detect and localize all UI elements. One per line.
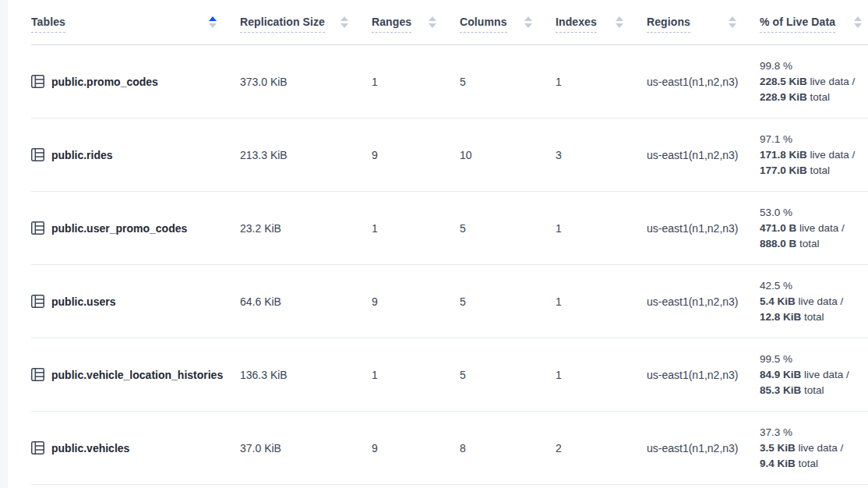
regions-cell: us-east1(n1,n2,n3) [647,149,760,161]
live-data-size-line: 5.4 KiB live data / [760,294,863,309]
table-icon [31,75,44,88]
sort-arrows-icon [854,16,862,28]
regions-cell: us-east1(n1,n2,n3) [647,76,760,88]
regions-cell: us-east1(n1,n2,n3) [647,369,760,381]
table-row: public.vehicle_location_histories 136.3 … [31,338,868,412]
ranges-cell: 1 [372,369,460,381]
column-header-ranges-label: Ranges [372,16,411,33]
replication-size-cell: 37.0 KiB [240,442,372,454]
live-data-size-line: 171.8 KiB live data / [760,147,863,163]
indexes-cell: 1 [556,222,647,235]
indexes-cell: 2 [556,442,647,454]
table-icon [31,148,44,161]
indexes-cell: 1 [556,295,647,308]
columns-cell: 5 [460,295,556,308]
table-icon [31,221,44,235]
ranges-cell: 1 [372,222,460,235]
table-name-link[interactable]: public.promo_codes [51,76,158,88]
replication-size-cell: 136.3 KiB [240,369,372,381]
live-data-percent: 53.0 % [760,205,863,221]
live-data-percent: 37.3 % [760,425,863,440]
column-header-indexes[interactable]: Indexes [556,0,647,44]
total-size-line: 85.3 KiB total [760,383,863,398]
total-size-line: 177.0 KiB total [760,163,863,179]
total-size-line: 9.4 KiB total [760,456,863,472]
live-data-cell: 99.8 % 228.5 KiB live data / 228.9 KiB t… [760,58,863,105]
column-header-tables-label: Tables [31,16,65,33]
table-row: public.rides 213.3 KiB 9 10 3 us-east1(n… [31,118,868,192]
live-data-cell: 37.3 % 3.5 KiB live data / 9.4 KiB total [760,425,863,472]
regions-cell: us-east1(n1,n2,n3) [647,295,760,308]
total-size-line: 888.0 B total [760,236,863,252]
replication-size-cell: 213.3 KiB [240,149,372,161]
replication-size-cell: 373.0 KiB [240,76,372,88]
replication-size-cell: 64.6 KiB [240,295,372,308]
table-name-cell: public.users [31,295,240,308]
table-name-cell: public.vehicle_location_histories [31,368,240,381]
table-header-row: Tables Replication Size Ranges Columns I… [31,0,868,45]
replication-size-cell: 23.2 KiB [240,222,372,235]
live-data-percent: 99.8 % [760,58,863,74]
regions-cell: us-east1(n1,n2,n3) [647,442,760,454]
live-data-cell: 99.5 % 84.9 KiB live data / 85.3 KiB tot… [760,352,863,398]
live-data-size-line: 3.5 KiB live data / [760,440,863,456]
columns-cell: 5 [460,369,556,381]
live-data-percent: 99.5 % [760,352,863,367]
table-name-cell: public.rides [31,148,240,161]
table-row: public.user_promo_codes 23.2 KiB 1 5 1 u… [31,192,868,265]
columns-cell: 8 [460,442,556,454]
table-name-link[interactable]: public.rides [51,149,113,161]
table-row: public.vehicles 37.0 KiB 9 8 2 us-east1(… [31,412,868,485]
live-data-percent: 97.1 % [760,132,863,147]
tables-list-card: Tables Replication Size Ranges Columns I… [8,0,868,488]
indexes-cell: 1 [556,76,647,88]
live-data-cell: 42.5 % 5.4 KiB live data / 12.8 KiB tota… [760,278,863,325]
table-name-cell: public.user_promo_codes [31,221,240,235]
column-header-replication-size-label: Replication Size [240,16,325,33]
sort-arrows-icon [429,16,436,28]
table-icon [31,368,44,381]
table-icon [31,441,44,454]
column-header-regions[interactable]: Regions [647,0,760,44]
table-name-cell: public.promo_codes [31,75,240,88]
live-data-size-line: 228.5 KiB live data / [760,74,863,90]
table-name-link[interactable]: public.user_promo_codes [51,222,187,235]
regions-cell: us-east1(n1,n2,n3) [647,222,760,235]
columns-cell: 5 [460,76,556,88]
table-name-link[interactable]: public.vehicle_location_histories [51,369,223,381]
column-header-regions-label: Regions [647,16,690,33]
column-header-ranges[interactable]: Ranges [372,0,460,44]
live-data-cell: 53.0 % 471.0 B live data / 888.0 B total [760,205,863,252]
indexes-cell: 1 [556,369,647,381]
column-header-live-data[interactable]: % of Live Data [760,0,863,44]
table-icon [31,295,44,308]
columns-cell: 10 [460,149,556,161]
sort-arrows-icon [524,16,532,28]
column-header-live-data-label: % of Live Data [760,16,835,33]
column-header-columns[interactable]: Columns [460,0,556,44]
column-header-indexes-label: Indexes [556,16,597,33]
column-header-replication-size[interactable]: Replication Size [240,0,372,44]
sort-arrows-icon [729,16,736,28]
total-size-line: 12.8 KiB total [760,309,863,325]
ranges-cell: 9 [372,295,460,308]
indexes-cell: 3 [556,149,647,161]
total-size-line: 228.9 KiB total [760,90,863,105]
table-name-link[interactable]: public.vehicles [51,442,129,454]
ranges-cell: 1 [372,76,460,88]
ranges-cell: 9 [372,149,460,161]
table-row: public.users 64.6 KiB 9 5 1 us-east1(n1,… [31,265,868,338]
live-data-size-line: 84.9 KiB live data / [760,367,863,383]
live-data-size-line: 471.0 B live data / [760,221,863,236]
live-data-percent: 42.5 % [760,278,863,294]
sort-arrows-icon [340,16,348,28]
sort-arrows-icon [616,16,623,28]
table-row: public.promo_codes 373.0 KiB 1 5 1 us-ea… [31,45,868,118]
sort-arrows-icon [209,16,217,28]
column-header-tables[interactable]: Tables [31,0,240,44]
table-name-link[interactable]: public.users [51,295,115,308]
table-name-cell: public.vehicles [31,441,240,454]
column-header-columns-label: Columns [460,16,507,33]
ranges-cell: 9 [372,442,460,454]
live-data-cell: 97.1 % 171.8 KiB live data / 177.0 KiB t… [760,132,863,179]
